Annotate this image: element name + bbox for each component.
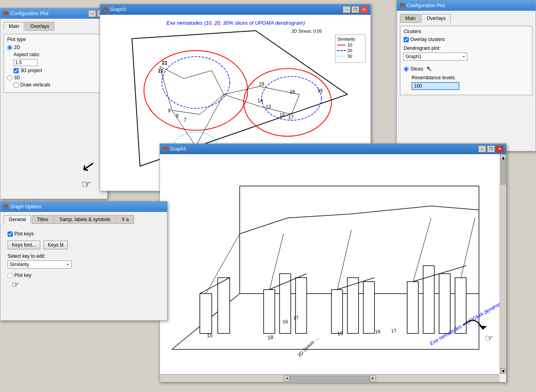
config-tr-tabs: Main Overlays (400, 14, 532, 23)
graph3-bottom-scrollbar-h[interactable]: ◄ ► (160, 374, 500, 382)
graph3-top-titlebar: 🐻 Graph3 ─ ❐ ✕ (100, 4, 370, 15)
tab-overlays-tl[interactable]: Overlays (25, 22, 54, 31)
config-tl-minimize[interactable]: ─ (88, 10, 96, 17)
select-key-label-row: Select key to edit: (8, 253, 160, 259)
svg-line-66 (240, 218, 288, 234)
svg-text:7: 7 (184, 117, 187, 123)
checkbox-plot-key[interactable] (8, 273, 13, 278)
arrow-down-icon: ↙ (80, 155, 97, 176)
svg-text:16: 16 (375, 329, 381, 335)
checkbox-3d-project[interactable] (14, 68, 19, 73)
dendrogram-plot-label: Dendrogram plot: (404, 45, 441, 51)
clusters-group: Clusters Overlay clusters Dendrogram plo… (400, 26, 532, 95)
resemblance-levels-label: Resemblance levels: (412, 75, 456, 80)
aspect-ratio-label: Aspect ratio: (14, 52, 40, 57)
graph3-top-icon: 🐻 (102, 7, 108, 12)
select-key-value: Similarity (10, 262, 29, 267)
scroll-up-arrow[interactable]: ▲ (501, 155, 506, 160)
graph3-bottom-minimize[interactable]: ─ (478, 145, 486, 153)
svg-line-16 (160, 67, 184, 78)
scroll-thumb-h[interactable] (290, 376, 370, 381)
checkbox-draw-verticals[interactable] (14, 82, 19, 88)
radio-2d[interactable] (7, 45, 12, 50)
graph3-top-restore[interactable]: ❐ (351, 6, 359, 13)
svg-line-67 (288, 214, 351, 218)
svg-line-19 (200, 94, 224, 114)
tab-titles[interactable]: Titles (32, 215, 53, 224)
graph3-bottom-close[interactable]: ✕ (496, 145, 504, 153)
aspect-ratio-input[interactable] (14, 59, 37, 66)
resemblance-input[interactable] (412, 82, 459, 90)
svg-text:11: 11 (158, 68, 164, 74)
keys-title-button[interactable]: Keys tit (43, 241, 68, 249)
dendrogram-plot-row: Dendrogram plot: (404, 45, 529, 51)
config-tl-title: Configuration Plot (10, 11, 48, 16)
overlay-clusters-row: Overlay clusters (404, 37, 529, 42)
config-tl-icon: 🐻 (3, 11, 9, 16)
svg-text:17: 17 (293, 315, 299, 321)
svg-rect-59 (363, 282, 374, 333)
config-tl-tabs: Main Overlays (4, 22, 104, 31)
svg-text:18: 18 (290, 89, 295, 95)
svg-text:30: 30 (347, 54, 352, 59)
radio-slices[interactable] (404, 67, 409, 72)
graph3-top-minimize[interactable]: ─ (343, 6, 351, 13)
draw-verticals-row: Draw verticals (14, 82, 100, 88)
svg-line-26 (224, 94, 260, 106)
plot-key-row: Plot key (8, 272, 160, 278)
svg-text:14: 14 (258, 98, 263, 104)
radio-3d-row: 3D (7, 75, 100, 80)
plot-keys-row: Plot keys (8, 231, 160, 237)
tab-overlays-tr[interactable]: Overlays (422, 14, 451, 23)
hand-cursor-bottom: ☞ (485, 333, 494, 343)
cursor-icon: ↖ (426, 65, 432, 73)
checkbox-plot-keys[interactable] (8, 231, 13, 237)
svg-text:16: 16 (282, 319, 288, 325)
tab-main-tl[interactable]: Main (4, 22, 24, 31)
aspect-ratio-row: Aspect ratio: (14, 52, 100, 57)
3d-project-row: 3D project (14, 68, 100, 73)
scroll-down-arrow[interactable]: ▼ (501, 368, 506, 374)
config-tr-icon: 🐻 (399, 3, 405, 8)
graph3-top-controls: ─ ❐ ✕ (343, 6, 368, 13)
svg-line-25 (260, 106, 292, 114)
tab-main-tr[interactable]: Main (400, 14, 421, 23)
svg-text:2D Stress: ...: 2D Stress: ... (296, 335, 320, 358)
resemblance-input-row (412, 82, 529, 90)
keys-font-button[interactable]: Keys font... (8, 241, 40, 249)
cursor-hand-icon: ☞ (81, 178, 91, 191)
cursor-hand-options: ☞ (12, 280, 160, 290)
aspect-ratio-input-row (14, 59, 100, 66)
svg-line-17 (184, 71, 212, 78)
config-tl-titlebar: 🐻 Configuration Plot ─ ❐ (0, 8, 107, 19)
tab-samp-labels[interactable]: Samp. labels & symbols (54, 215, 116, 224)
scroll-thumb-v[interactable] (501, 161, 506, 184)
radio-3d[interactable] (7, 75, 12, 80)
graph3-top-title: Graph3 (110, 7, 126, 12)
graph3-top-close[interactable]: ✕ (360, 6, 368, 13)
scroll-right-arrow[interactable]: ► (370, 375, 376, 382)
dendrogram-dropdown-row: Graph1 ▼ (404, 53, 529, 61)
radio-2d-label: 2D (14, 45, 20, 50)
graph3-bottom-scrollbar-v[interactable]: ▲ ▼ (500, 154, 506, 374)
checkbox-overlay-clusters[interactable] (404, 37, 409, 42)
svg-rect-61 (407, 282, 418, 333)
graph-options-titlebar: 🐻 Graph Options (0, 202, 167, 212)
config-tr-title: Configuration Plot (407, 3, 445, 8)
config-tr-titlebar: 🐻 Configuration Plot (397, 0, 536, 11)
svg-point-12 (162, 57, 230, 108)
graph-options-window: 🐻 Graph Options General Titles Samp. lab… (0, 201, 168, 321)
scroll-left-arrow[interactable]: ◄ (284, 375, 290, 382)
tab-general[interactable]: General (4, 215, 31, 224)
draw-verticals-label: Draw verticals (20, 82, 50, 88)
graph-options-icon: 🐻 (3, 204, 9, 210)
dendrogram-dropdown[interactable]: Graph1 ▼ (404, 53, 467, 61)
tab-xa[interactable]: X a (116, 215, 134, 224)
graph3-bottom-restore[interactable]: ❐ (487, 145, 495, 153)
svg-text:17: 17 (288, 115, 294, 120)
slices-row: Slices ↖ (404, 65, 529, 73)
select-key-dropdown[interactable]: Similarity ▼ (8, 261, 71, 269)
svg-text:20: 20 (347, 48, 352, 53)
svg-point-11 (144, 51, 248, 130)
overlay-clusters-label: Overlay clusters (410, 37, 445, 42)
